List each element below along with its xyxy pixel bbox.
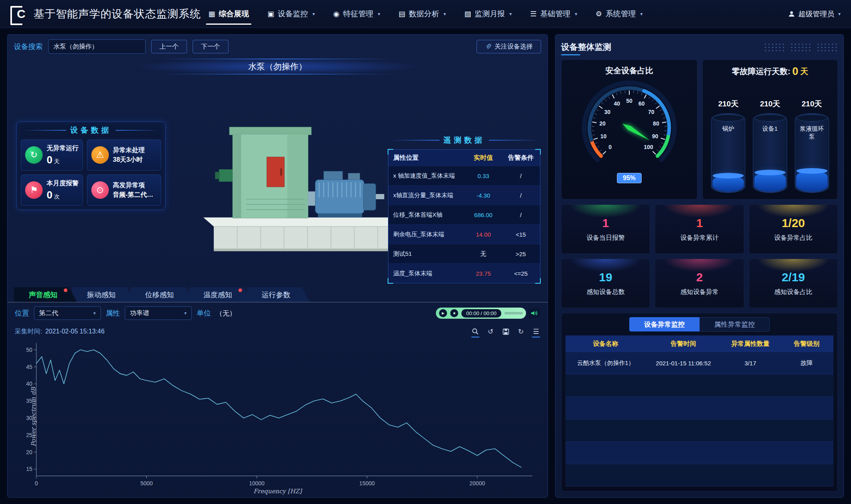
search-label: 设备搜索 [14, 42, 43, 51]
alarm-col-header: 告警时间 [646, 340, 721, 348]
alarm-table-body: 云酷水泵（勿操作1）2021-01-15 11:06:523/17故障 [565, 352, 833, 486]
alarm-table-row[interactable]: 云酷水泵（勿操作1）2021-01-15 11:06:523/17故障 [565, 352, 833, 375]
user-icon [788, 10, 795, 18]
tank-device-name: 锅炉 [711, 125, 745, 133]
tank-widget: 210天浆液循环泵 [795, 99, 829, 193]
player-progress[interactable] [504, 312, 523, 314]
telemetry-realtime-value: -4.30 [465, 192, 502, 199]
refresh-icon[interactable]: ↻ [516, 327, 525, 336]
svg-text:60: 60 [638, 100, 645, 107]
position-value: 第二代 [39, 309, 58, 318]
attribute-label: 属性 [106, 308, 120, 318]
stat-label: 设备异常累计 [680, 234, 719, 242]
sense-tab-temperature[interactable]: 温度感知 [189, 287, 252, 302]
play-button[interactable]: ▶ [439, 309, 447, 317]
tank-cylinder: 锅炉 [711, 113, 745, 193]
nav-item-base-manage[interactable]: ☰基础管理▾ [522, 0, 585, 27]
device-3d-viewport[interactable]: 设备数据 ↻无异常运行0天⚠异常未处理38天3小时⚑本月度报警0次⊙高发异常项音… [12, 75, 543, 286]
data-view-icon[interactable]: ☰ [532, 327, 540, 336]
system-icon: ⚙ [595, 10, 602, 18]
overall-monitor-title: 设备整体监测 [561, 41, 611, 53]
attribute-select[interactable]: 功率谱 ▾ [125, 306, 192, 320]
zoom-icon[interactable] [471, 327, 480, 336]
chart-plot-area[interactable]: 152025303540455005000100001500020000 Pow… [15, 338, 540, 495]
save-image-icon[interactable] [501, 327, 510, 336]
device-data-title: 设备数据 [70, 125, 112, 135]
stop-button[interactable]: ■ [450, 309, 458, 317]
device-data-header: 设备数据 [21, 124, 161, 137]
svg-text:40: 40 [614, 100, 620, 107]
device-data-card: 设备数据 ↻无异常运行0天⚠异常未处理38天3小时⚑本月度报警0次⊙高发异常项音… [16, 122, 165, 210]
position-select[interactable]: 第二代 ▾ [34, 306, 101, 320]
tank-top-ellipse [796, 114, 828, 122]
device-search-input[interactable] [48, 39, 146, 54]
dots-decoration [764, 43, 838, 51]
gauge-value-badge: 95% [617, 173, 642, 183]
tank-widget: 210天锅炉 [711, 99, 745, 193]
telemetry-alarm-condition: / [502, 212, 540, 218]
nav-item-feature-manage[interactable]: ◉特征管理▾ [325, 0, 388, 27]
tab-label: 位移感知 [145, 290, 174, 300]
nav-item-device-monitor[interactable]: ▣设备监控▾ [259, 0, 323, 27]
tank-days-label: 210天 [802, 99, 822, 109]
alarm-table-empty-row [565, 420, 833, 442]
paperclip-icon [485, 43, 491, 50]
tank-liquid-surface [754, 170, 786, 175]
telemetry-row: x 轴加速度值_泵体末端0.33/ [388, 166, 540, 185]
tank-device-name: 浆液循环泵 [795, 125, 829, 140]
device-title-banner: 水泵（勿操作） [138, 59, 417, 75]
nav-item-system-manage[interactable]: ⚙系统管理▾ [587, 0, 650, 27]
monitor-tab-device-alarm[interactable]: 设备异常监控 [629, 317, 699, 331]
tile-label: 无异常运行 [47, 144, 79, 153]
spectrum-chart-section: 采集时间: 2021-02-05 15:13:46 ↺ ↻ ☰ [8, 324, 548, 497]
alarm-cell: 故障 [780, 359, 833, 367]
corner-decor [388, 149, 393, 155]
alarm-table-empty-row [565, 442, 833, 464]
stat-value: 1 [696, 216, 703, 230]
tile-value: 0次 [47, 189, 79, 201]
tank-days-label: 210天 [718, 99, 739, 109]
chevron-down-icon: ▾ [838, 11, 841, 17]
telemetry-realtime-value: 23.75 [465, 270, 502, 277]
svg-text:15: 15 [26, 466, 32, 473]
next-device-button[interactable]: 下一个 [193, 40, 229, 53]
nav-item-monthly-report[interactable]: ▧监测月报▾ [456, 0, 520, 27]
capture-time-value: 2021-02-05 15:13:46 [45, 328, 104, 335]
sense-tab-vibration[interactable]: 振动感知 [72, 287, 135, 302]
telemetry-realtime-value: 686.00 [465, 212, 502, 218]
stat-value: 1/20 [782, 216, 805, 230]
sense-tab-run-params[interactable]: 运行参数 [247, 287, 310, 302]
stat-value: 1 [602, 216, 609, 230]
svg-text:40: 40 [26, 381, 32, 387]
tank-device-name: 设备1 [753, 125, 787, 133]
telemetry-header-decor: 遥测数据 [388, 133, 540, 147]
alarm-table-empty-row [565, 375, 833, 397]
stat-value: 2/19 [782, 271, 805, 284]
sense-tab-displacement[interactable]: 位移感知 [130, 287, 193, 302]
dashboard-icon: ▦ [208, 10, 215, 18]
zero-fault-title: 零故障运行天数:0天 [707, 65, 833, 78]
main-nav: ▦综合展现▣设备监控▾◉特征管理▾▤数据分析▾▧监测月报▾☰基础管理▾⚙系统管理… [200, 0, 650, 27]
nav-label: 数据分析 [409, 9, 439, 19]
volume-icon[interactable] [528, 308, 540, 318]
restore-icon[interactable]: ↺ [486, 327, 495, 336]
stat-tile-4: 2感知设备异常 [655, 259, 744, 308]
user-menu[interactable]: 超级管理员 ▾ [788, 9, 841, 19]
focus-device-button[interactable]: 关注设备选择 [477, 40, 541, 53]
sense-tab-sound[interactable]: 声音感知 [14, 287, 77, 302]
svg-text:45: 45 [26, 364, 32, 370]
alert-badge-dot [238, 288, 242, 292]
alarm-table: 设备名称告警时间异常属性数量告警级别 云酷水泵（勿操作1）2021-01-15 … [565, 335, 833, 486]
monitor-tab-attr-alarm[interactable]: 属性异常监控 [699, 317, 770, 331]
device-data-grid: ↻无异常运行0天⚠异常未处理38天3小时⚑本月度报警0次⊙高发异常项音频-第二代… [21, 139, 161, 206]
svg-text:15000: 15000 [359, 480, 375, 486]
prev-device-button[interactable]: 上一个 [151, 40, 187, 53]
zero-fault-unit: 天 [800, 67, 808, 76]
nav-item-overview[interactable]: ▦综合展现 [200, 0, 257, 27]
chevron-down-icon: ▾ [575, 11, 577, 17]
nav-item-data-analysis[interactable]: ▤数据分析▾ [390, 0, 454, 27]
telemetry-alarm-condition: / [502, 192, 540, 199]
alarm-icon: ⚑ [25, 181, 43, 199]
gauge-title: 安全设备占比 [605, 65, 653, 76]
tank-liquid [796, 171, 827, 191]
